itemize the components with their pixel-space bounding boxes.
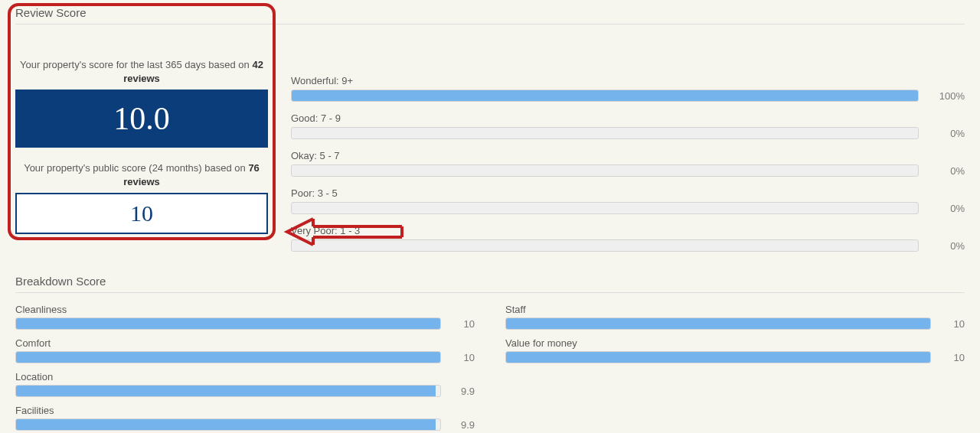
divider <box>15 292 965 293</box>
review-score-heading: Review Score <box>15 6 965 19</box>
distribution-row: Very Poor: 1 - 30% <box>291 225 965 252</box>
caption-365-prefix: Your property's score for the last 365 d… <box>20 59 252 70</box>
score-24-box: 10 <box>15 193 268 234</box>
distribution-track <box>291 164 919 177</box>
distribution-row: Good: 7 - 90% <box>291 112 965 139</box>
breakdown-label: Comfort <box>15 337 475 349</box>
distribution-label: Poor: 3 - 5 <box>291 187 965 199</box>
breakdown-grid: Cleanliness10Comfort10Location9.9Facilit… <box>15 304 965 433</box>
distribution-bar-wrap: 100% <box>291 90 965 102</box>
distribution-track <box>291 239 919 252</box>
breakdown-section: Breakdown Score Cleanliness10Comfort10Lo… <box>15 275 965 433</box>
breakdown-track <box>15 418 441 431</box>
distribution-bar-wrap: 0% <box>291 202 965 214</box>
distribution-label: Very Poor: 1 - 3 <box>291 225 965 236</box>
breakdown-bar-wrap: 9.9 <box>15 385 475 397</box>
distribution-bar-wrap: 0% <box>291 164 965 177</box>
breakdown-row: Cleanliness10 <box>15 304 475 330</box>
distribution-pct: 100% <box>928 90 965 102</box>
breakdown-bar-wrap: 10 <box>505 351 965 363</box>
distribution-track <box>291 90 919 102</box>
breakdown-track <box>15 385 441 397</box>
breakdown-row: Location9.9 <box>15 371 475 397</box>
distribution-row: Okay: 5 - 70% <box>291 150 965 177</box>
breakdown-right-column: Staff10Value for money10 <box>505 304 965 433</box>
breakdown-value: 10 <box>942 318 965 330</box>
breakdown-track <box>505 351 931 363</box>
page-root: Review Score Your property's score for t… <box>0 0 980 433</box>
breakdown-value: 10 <box>942 352 965 363</box>
caption-365: Your property's score for the last 365 d… <box>15 58 268 90</box>
breakdown-left-column: Cleanliness10Comfort10Location9.9Facilit… <box>15 304 475 433</box>
score-365-box: 10.0 <box>15 90 268 148</box>
breakdown-fill <box>16 318 440 329</box>
distribution-pct: 0% <box>928 128 965 139</box>
review-score-top-area: Your property's score for the last 365 d… <box>15 35 965 262</box>
caption-24: Your property's public score (24 months)… <box>15 161 268 193</box>
distribution-bar-wrap: 0% <box>291 127 965 139</box>
breakdown-fill <box>506 318 930 329</box>
caption-24-suffix: reviews <box>123 176 160 187</box>
breakdown-label: Staff <box>505 304 965 315</box>
breakdown-value: 10 <box>452 318 475 330</box>
breakdown-value: 10 <box>452 352 475 363</box>
breakdown-fill <box>506 352 930 363</box>
breakdown-value: 9.9 <box>452 386 475 397</box>
caption-365-count: 42 <box>252 59 263 70</box>
distribution-label: Good: 7 - 9 <box>291 112 965 124</box>
breakdown-track <box>15 351 441 363</box>
caption-365-suffix: reviews <box>123 73 160 84</box>
distribution-pct: 0% <box>928 240 965 252</box>
breakdown-row: Facilities9.9 <box>15 405 475 431</box>
distribution-fill <box>292 90 918 101</box>
breakdown-track <box>505 317 931 330</box>
breakdown-label: Facilities <box>15 405 475 416</box>
breakdown-label: Value for money <box>505 337 965 349</box>
caption-24-count: 76 <box>248 162 259 174</box>
breakdown-fill <box>16 352 440 363</box>
distribution-row: Poor: 3 - 50% <box>291 187 965 214</box>
distribution-label: Okay: 5 - 7 <box>291 150 965 161</box>
divider <box>15 24 965 24</box>
breakdown-bar-wrap: 9.9 <box>15 418 475 431</box>
breakdown-track <box>15 317 441 330</box>
breakdown-bar-wrap: 10 <box>15 351 475 363</box>
breakdown-fill <box>16 419 436 430</box>
breakdown-row: Staff10 <box>505 304 965 330</box>
distribution-track <box>291 127 919 139</box>
distribution-track <box>291 202 919 214</box>
distribution-row: Wonderful: 9+100% <box>291 75 965 102</box>
breakdown-label: Location <box>15 371 475 383</box>
caption-24-prefix: Your property's public score (24 months)… <box>24 162 248 174</box>
score-cards-column: Your property's score for the last 365 d… <box>15 35 268 234</box>
distribution-pct: 0% <box>928 203 965 214</box>
distribution-label: Wonderful: 9+ <box>291 75 965 86</box>
distribution-bar-wrap: 0% <box>291 239 965 252</box>
breakdown-bar-wrap: 10 <box>505 317 965 330</box>
breakdown-label: Cleanliness <box>15 304 475 315</box>
distribution-chart: Wonderful: 9+100%Good: 7 - 90%Okay: 5 - … <box>291 35 965 262</box>
distribution-pct: 0% <box>928 165 965 177</box>
breakdown-value: 9.9 <box>452 419 475 431</box>
breakdown-row: Comfort10 <box>15 337 475 363</box>
breakdown-row: Value for money10 <box>505 337 965 363</box>
breakdown-heading: Breakdown Score <box>15 275 965 288</box>
breakdown-bar-wrap: 10 <box>15 317 475 330</box>
breakdown-fill <box>16 386 436 396</box>
